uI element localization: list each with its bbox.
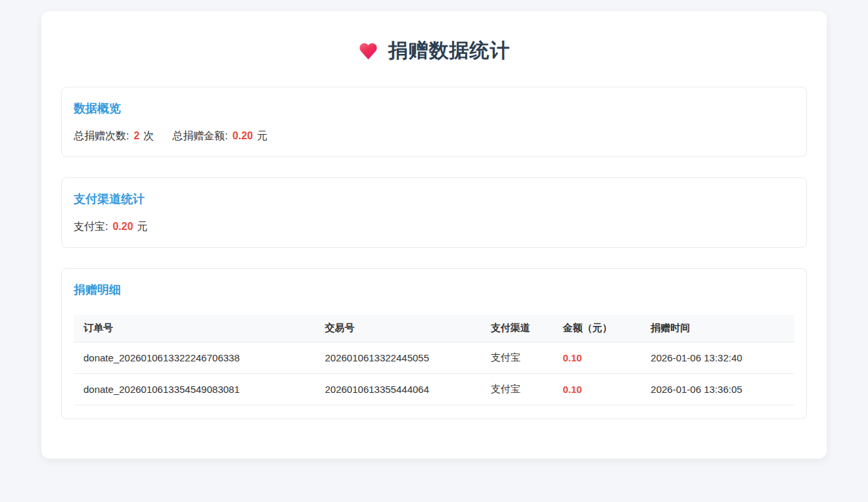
- cell-amount: 0.10: [553, 342, 641, 374]
- column-header-time: 捐赠时间: [641, 315, 794, 342]
- column-header-amount: 金额（元）: [553, 315, 641, 342]
- column-header-order-no: 订单号: [74, 315, 315, 342]
- stat-value: 0.20: [112, 221, 133, 232]
- channel-stats-card: 支付渠道统计 支付宝:0.20元: [61, 177, 807, 248]
- table-row: donate_2026010613354549083081 2026010613…: [74, 374, 794, 405]
- column-header-channel: 支付渠道: [481, 315, 553, 342]
- cell-time: 2026-01-06 13:32:40: [641, 342, 794, 374]
- overview-card: 数据概览 总捐赠次数:2次 总捐赠金额:0.20元: [61, 87, 807, 157]
- stat-label: 总捐赠金额:: [172, 130, 227, 141]
- heart-icon: [358, 41, 378, 60]
- page-title: 捐赠数据统计: [61, 37, 807, 64]
- stat-value: 0.20: [233, 130, 253, 141]
- main-panel: 捐赠数据统计 数据概览 总捐赠次数:2次 总捐赠金额:0.20元 支付渠道统计 …: [41, 11, 827, 459]
- stat-total-amount: 总捐赠金额:0.20元: [172, 129, 267, 143]
- cell-order-no: donate_2026010613354549083081: [74, 374, 315, 405]
- stat-total-count: 总捐赠次数:2次: [74, 129, 154, 143]
- cell-order-no: donate_2026010613322246706338: [74, 342, 315, 374]
- cell-time: 2026-01-06 13:36:05: [641, 374, 794, 405]
- stat-unit: 次: [143, 130, 154, 141]
- overview-stats: 总捐赠次数:2次 总捐赠金额:0.20元: [74, 129, 794, 143]
- donation-details-card: 捐赠明细 订单号 交易号 支付渠道 金额（元） 捐赠时间 donate_2026…: [61, 268, 807, 419]
- page-title-text: 捐赠数据统计: [388, 37, 511, 64]
- channel-stats: 支付宝:0.20元: [74, 220, 794, 234]
- donation-details-heading: 捐赠明细: [74, 282, 794, 298]
- stat-label: 支付宝:: [74, 221, 108, 232]
- cell-amount: 0.10: [553, 374, 641, 405]
- stat-alipay-amount: 支付宝:0.20元: [74, 220, 148, 234]
- donation-table: 订单号 交易号 支付渠道 金额（元） 捐赠时间 donate_202601061…: [74, 315, 794, 405]
- stat-unit: 元: [257, 130, 267, 141]
- cell-trade-no: 2026010613355444064: [315, 374, 481, 405]
- donation-table-header: 订单号 交易号 支付渠道 金额（元） 捐赠时间: [74, 315, 794, 342]
- overview-heading: 数据概览: [74, 101, 794, 116]
- cell-channel: 支付宝: [481, 374, 553, 405]
- cell-trade-no: 2026010613322445055: [315, 342, 481, 374]
- column-header-trade-no: 交易号: [315, 315, 481, 342]
- stat-value: 2: [133, 130, 139, 141]
- table-row: donate_2026010613322246706338 2026010613…: [74, 342, 794, 374]
- channel-stats-heading: 支付渠道统计: [74, 191, 794, 207]
- cell-channel: 支付宝: [481, 342, 553, 374]
- stat-label: 总捐赠次数:: [74, 130, 129, 141]
- stat-unit: 元: [137, 221, 148, 232]
